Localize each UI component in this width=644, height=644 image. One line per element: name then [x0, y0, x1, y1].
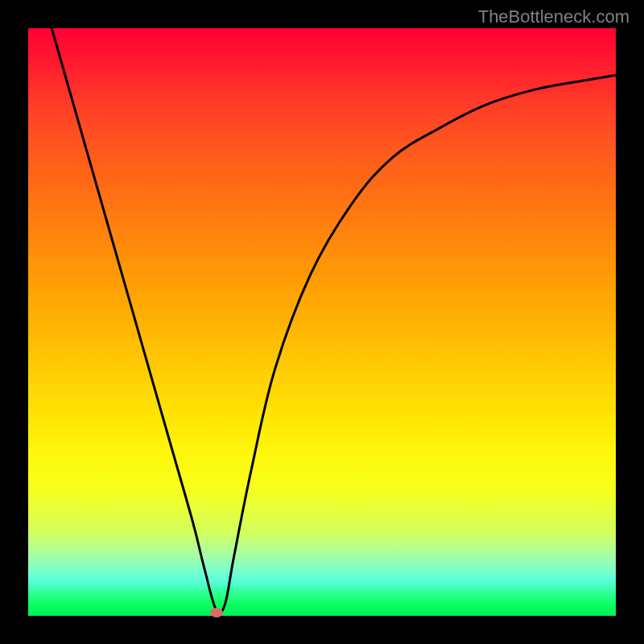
- minimum-marker: [210, 608, 223, 617]
- bottleneck-curve: [28, 28, 616, 616]
- chart-plot-area: [28, 28, 616, 616]
- watermark-text: TheBottleneck.com: [478, 6, 630, 27]
